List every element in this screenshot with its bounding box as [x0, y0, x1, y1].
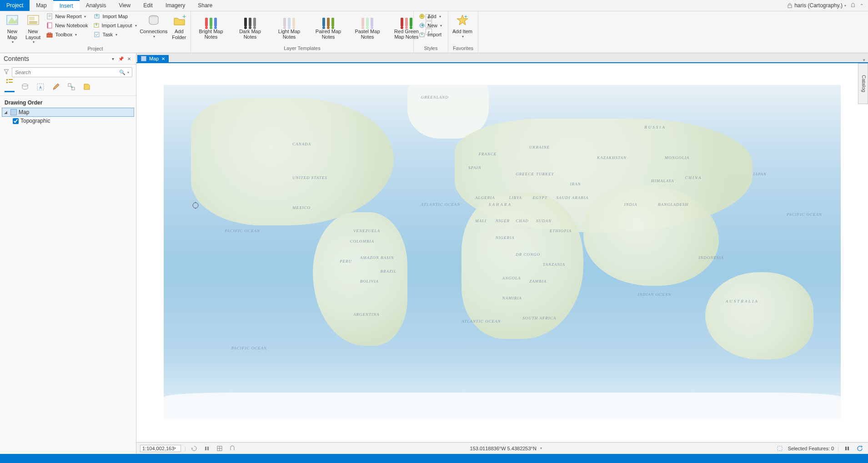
map-label: VENEZUELA: [353, 229, 380, 233]
svg-rect-38: [205, 447, 206, 450]
map-label: LIBYA: [509, 195, 522, 200]
collapse-ribbon-icon[interactable]: ⌃: [860, 3, 863, 8]
svg-text:✦: ✦: [421, 23, 424, 28]
add-item-button[interactable]: + Add Item: [451, 12, 474, 40]
svg-rect-39: [207, 447, 209, 450]
list-by-editing-icon[interactable]: [51, 82, 61, 92]
map-label: TANZANIA: [543, 262, 565, 267]
tmpl-pastel[interactable]: Pastel Map Notes: [353, 14, 382, 40]
map-label: Atlantic Ocean: [421, 202, 460, 207]
svg-rect-16: [95, 32, 99, 37]
tmpl-bright[interactable]: Bright Map Notes: [196, 14, 226, 40]
notifications-icon[interactable]: [850, 2, 856, 9]
tmpl-dark[interactable]: Dark Map Notes: [236, 14, 265, 40]
map-label: MEXICO: [292, 205, 311, 210]
new-notebook-button[interactable]: New Notebook: [44, 21, 90, 30]
new-report-button[interactable]: New Report: [44, 12, 90, 20]
contents-pin-icon[interactable]: 📌: [118, 56, 124, 61]
styles-add-button[interactable]: +Add: [416, 12, 444, 20]
refresh-icon[interactable]: [855, 444, 864, 453]
contents-pane: Contents ▾ 📌 ✕ 🔍 ▾ + Drawing Order ◢: [0, 53, 136, 454]
map-icon: [141, 56, 146, 61]
user-sign-in[interactable]: haris (Cartography.) ▾: [787, 2, 846, 9]
contents-close-icon[interactable]: ✕: [126, 56, 132, 61]
svg-text:+: +: [70, 85, 73, 90]
menu-bar: Project Map Insert Analysis View Edit Im…: [0, 0, 868, 11]
status-snap-icon[interactable]: [228, 444, 237, 453]
layer-visibility-checkbox[interactable]: [13, 118, 19, 124]
catalog-pane-collapsed[interactable]: Catalog: [858, 63, 868, 104]
search-input-wrapper: 🔍 ▾: [12, 67, 132, 77]
tab-share[interactable]: Share: [191, 0, 219, 11]
tmpl-light[interactable]: Light Map Notes: [275, 14, 304, 40]
selected-features-icon[interactable]: [775, 444, 784, 453]
map-frame-icon: [10, 109, 17, 115]
map-label: SPAIN: [468, 165, 481, 170]
list-by-labeling-icon[interactable]: [82, 82, 92, 92]
map-label: PERU: [340, 259, 352, 264]
list-by-snapping-icon[interactable]: +: [66, 82, 76, 92]
map-label: Indian Ocean: [637, 292, 671, 297]
svg-rect-6: [29, 23, 37, 24]
tab-analysis[interactable]: Analysis: [80, 0, 113, 11]
import-layout-button[interactable]: Import Layout: [91, 21, 137, 30]
filter-icon[interactable]: [4, 69, 10, 75]
svg-text:+: +: [182, 14, 186, 20]
coords-menu-icon[interactable]: ▾: [540, 446, 542, 450]
map-view-wrapper: Map ✕ ▾ CANADA UNITED STATES MEXICO: [136, 53, 868, 454]
tree-map-node[interactable]: ◢ Map: [2, 108, 134, 117]
map-label: ALGERIA: [475, 195, 495, 200]
list-by-data-source-icon[interactable]: [20, 82, 30, 92]
svg-rect-44: [845, 447, 847, 450]
map-label: ZAMBIA: [529, 279, 547, 284]
expand-icon[interactable]: ◢: [4, 110, 9, 115]
map-canvas[interactable]: CANADA UNITED STATES MEXICO VENEZUELA CO…: [164, 85, 841, 419]
tab-imagery[interactable]: Imagery: [159, 0, 191, 11]
map-label: NIGERIA: [496, 235, 515, 240]
search-options-icon[interactable]: ▾: [127, 70, 129, 75]
svg-rect-11: [47, 23, 48, 28]
styles-import-button[interactable]: Import: [416, 30, 444, 39]
toolbox-button[interactable]: Toolbox: [44, 30, 90, 39]
list-by-selection-icon[interactable]: [35, 82, 45, 92]
lock-icon: [787, 3, 793, 8]
map-label: INDIA: [624, 202, 637, 207]
add-folder-button[interactable]: + Add Folder: [171, 12, 188, 41]
tab-map[interactable]: Map: [30, 0, 53, 11]
draw-pause-icon[interactable]: [843, 444, 852, 453]
status-pause-icon[interactable]: [202, 444, 211, 453]
tmpl-paired[interactable]: Paired Map Notes: [314, 14, 343, 40]
tab-insert[interactable]: Insert: [53, 0, 80, 11]
tree-layer-topographic[interactable]: Topographic: [2, 117, 134, 125]
toc-tool-strip: +: [0, 80, 136, 96]
tab-view[interactable]: View: [112, 0, 137, 11]
map-label: SAUDI ARABIA: [557, 195, 589, 200]
layer-templates-gallery: Bright Map Notes Dark Map Notes Light Ma…: [194, 12, 424, 40]
view-tab-map[interactable]: Map ✕: [137, 55, 169, 62]
list-by-drawing-order-icon[interactable]: [5, 82, 15, 92]
map-label: ARGENTINA: [353, 312, 380, 317]
scale-box[interactable]: 1:104,002,163▾: [140, 445, 181, 452]
svg-rect-45: [848, 447, 849, 450]
coords-display: 153.0118836°W 5.4382253°N: [470, 446, 537, 451]
tab-edit[interactable]: Edit: [137, 0, 159, 11]
map-label: NAMIBIA: [502, 296, 522, 300]
tab-project[interactable]: Project: [0, 0, 30, 11]
view-tab-menu-icon[interactable]: ▾: [860, 58, 868, 62]
search-icon[interactable]: 🔍: [119, 70, 125, 75]
status-rotate-icon[interactable]: [190, 444, 199, 453]
ribbon-group-styles: +Add ✦New Import Styles: [414, 11, 448, 53]
status-grid-icon[interactable]: [215, 444, 224, 453]
svg-rect-26: [6, 79, 8, 80]
new-layout-button[interactable]: New Layout: [24, 12, 43, 45]
contents-menu-icon[interactable]: ▾: [110, 56, 116, 61]
new-map-button[interactable]: New Map: [3, 12, 22, 45]
map-label: BANGLADESH: [658, 202, 688, 207]
close-tab-icon[interactable]: ✕: [161, 56, 165, 61]
import-map-button[interactable]: Import Map: [91, 12, 137, 20]
map-label: GREECE: [516, 172, 534, 176]
styles-new-button[interactable]: ✦New: [416, 21, 444, 30]
search-input[interactable]: [15, 70, 117, 75]
connections-button[interactable]: Connections: [139, 12, 168, 40]
task-button[interactable]: Task: [91, 30, 137, 39]
